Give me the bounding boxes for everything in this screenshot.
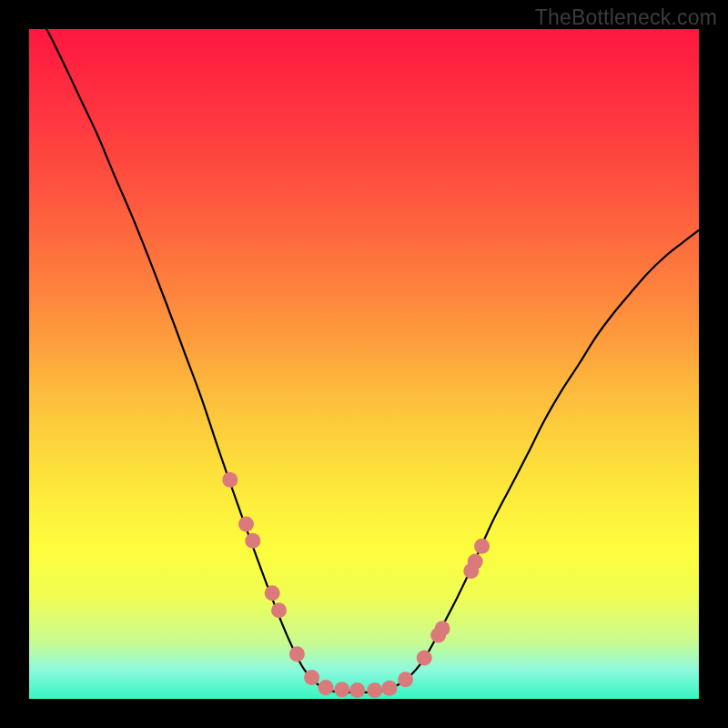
marker-dot bbox=[435, 621, 450, 636]
marker-dot bbox=[304, 670, 319, 685]
marker-dot bbox=[398, 672, 413, 687]
bottleneck-curve bbox=[29, 3, 699, 693]
marker-dot bbox=[468, 554, 483, 570]
marker-dot bbox=[367, 682, 382, 698]
marker-dot bbox=[334, 682, 349, 697]
marker-dot bbox=[318, 680, 334, 695]
marker-dot bbox=[381, 681, 397, 696]
marker-dot bbox=[417, 651, 432, 666]
marker-dot bbox=[222, 472, 238, 488]
marker-dot bbox=[349, 682, 365, 698]
marker-dot bbox=[265, 585, 280, 601]
marker-dot bbox=[271, 602, 287, 618]
marker-dot bbox=[474, 539, 490, 554]
watermark-text: TheBottleneck.com bbox=[535, 5, 717, 30]
outer-frame: TheBottleneck.com bbox=[0, 0, 728, 728]
curve-overlay bbox=[0, 0, 728, 728]
marker-dot bbox=[245, 533, 260, 549]
marker-dot bbox=[289, 646, 305, 662]
marker-dot bbox=[238, 516, 254, 531]
